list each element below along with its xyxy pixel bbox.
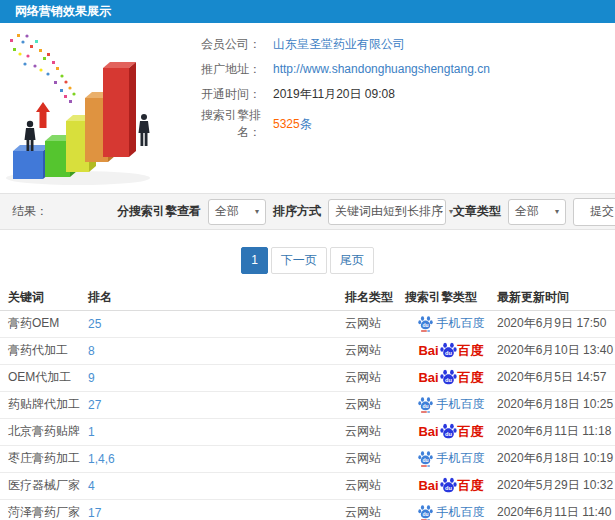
engine-rank-count-suffix[interactable]: 条 [300, 116, 312, 133]
rank-link[interactable]: 9 [88, 371, 95, 385]
baidu-paw-icon: du [418, 315, 433, 332]
rank-type-cell: 云网站 [345, 337, 405, 364]
open-time-value: 2019年11月20日 09:08 [273, 86, 395, 103]
baidu-mobile-label: 手机百度 [437, 504, 485, 520]
svg-text:du: du [422, 457, 428, 463]
table-row: 枣庄膏药加工 1,4,6 云网站 du 手机百度 [0, 445, 615, 472]
filter-bar: 结果： 分搜索引擎查看 全部 ▾ 排序方式 关键词由短到长排序 ▾ 文章类型 全… [0, 193, 615, 230]
engine-rank-label: 搜索引擎排名： [183, 107, 261, 141]
baidu-paw-icon: du [418, 504, 433, 520]
keyword-cell: 膏药OEM [0, 310, 88, 337]
promo-url-link[interactable]: http://www.shandonghuangshengtang.cn [273, 62, 490, 76]
filter-controls: 分搜索引擎查看 全部 ▾ 排序方式 关键词由短到长排序 ▾ 文章类型 全部 ▾ … [117, 198, 615, 226]
engine-filter-label: 分搜索引擎查看 [117, 203, 201, 220]
rank-link[interactable]: 1 [88, 425, 95, 439]
chevron-down-icon: ▾ [255, 207, 259, 216]
rank-type-cell: 云网站 [345, 391, 405, 418]
engine-type-cell: Bai du 百度 [405, 472, 497, 499]
table-row: 菏泽膏药厂家 17 云网站 du 手机百度 [0, 499, 615, 520]
updated-cell: 2020年6月9日 17:50 [497, 310, 615, 337]
baidu-mobile-label: 手机百度 [437, 396, 485, 413]
sort-select[interactable]: 关键词由短到长排序 ▾ [328, 199, 446, 225]
svg-text:du: du [445, 350, 452, 356]
article-type-label: 文章类型 [453, 203, 501, 220]
submit-button[interactable]: 提交 [573, 198, 615, 226]
keyword-cell: 枣庄膏药加工 [0, 445, 88, 472]
baidu-paw-icon: du [440, 342, 457, 359]
svg-text:du: du [445, 485, 452, 491]
keyword-cell: 膏药代加工 [0, 337, 88, 364]
keyword-cell: OEM代加工 [0, 364, 88, 391]
baidu-pc-badge: Bai du 百度 [418, 342, 483, 360]
info-row-open-time: 开通时间： 2019年11月20日 09:08 [183, 87, 490, 101]
rank-link[interactable]: 8 [88, 344, 95, 358]
svg-text:du: du [422, 511, 428, 517]
engine-select-value: 全部 [215, 203, 239, 220]
keyword-cell: 北京膏药贴牌 [0, 418, 88, 445]
rank-type-cell: 云网站 [345, 499, 405, 520]
baidu-paw-icon: du [440, 477, 457, 494]
baidu-mobile-badge: du 手机百度 [418, 504, 485, 520]
keyword-cell: 菏泽膏药厂家 [0, 499, 88, 520]
top-section: 会员公司： 山东皇圣堂药业有限公司 推广地址： http://www.shand… [0, 23, 615, 193]
rank-link[interactable]: 4 [88, 479, 95, 493]
updated-cell: 2020年6月18日 10:19 [497, 445, 615, 472]
baidu-paw-icon: du [418, 450, 433, 467]
table-row: 医疗器械厂家 4 云网站 Bai du 百度 2020年5月29日 [0, 472, 615, 499]
bars [13, 62, 136, 179]
svg-text:du: du [422, 322, 428, 328]
svg-text:du: du [422, 403, 428, 409]
table-row: 膏药OEM 25 云网站 du 手机百度 [0, 310, 615, 337]
baidu-wordmark-bai: Bai [418, 424, 438, 439]
engine-type-cell: Bai du 百度 [405, 337, 497, 364]
rank-link[interactable]: 27 [88, 398, 101, 412]
rank-type-cell: 云网站 [345, 445, 405, 472]
confetti-dots [10, 34, 76, 103]
rank-link[interactable]: 1,4,6 [88, 452, 115, 466]
baidu-wordmark-cn: 百度 [458, 477, 484, 495]
rank-link[interactable]: 25 [88, 317, 101, 331]
updated-cell: 2020年6月11日 11:18 [497, 418, 615, 445]
updated-cell: 2020年6月18日 10:25 [497, 391, 615, 418]
engine-rank-count: 5325 [273, 117, 300, 131]
updated-cell: 2020年5月29日 10:32 [497, 472, 615, 499]
baidu-wordmark-cn: 百度 [458, 369, 484, 387]
article-type-select[interactable]: 全部 ▾ [508, 199, 566, 225]
rank-link[interactable]: 17 [88, 506, 101, 520]
header-updated-time: 最新更新时间 [497, 285, 615, 310]
engine-select[interactable]: 全部 ▾ [208, 199, 266, 225]
page-button-last[interactable]: 尾页 [330, 247, 374, 274]
baidu-wordmark-cn: 百度 [458, 342, 484, 360]
promo-url-label: 推广地址： [183, 61, 261, 78]
header-engine-type: 搜索引擎类型 [405, 285, 497, 310]
baidu-paw-icon: du [418, 396, 433, 413]
header-keyword: 关键词 [0, 285, 88, 310]
baidu-wordmark-bai: Bai [418, 478, 438, 493]
member-info-panel: 会员公司： 山东皇圣堂药业有限公司 推广地址： http://www.shand… [183, 37, 490, 142]
open-time-label: 开通时间： [183, 86, 261, 103]
baidu-paw-icon: du [440, 423, 457, 440]
engine-type-cell: Bai du 百度 [405, 418, 497, 445]
page-button-current[interactable]: 1 [241, 247, 268, 274]
baidu-mobile-badge: du 手机百度 [418, 315, 485, 332]
keyword-cell: 医疗器械厂家 [0, 472, 88, 499]
member-company-link[interactable]: 山东皇圣堂药业有限公司 [273, 36, 405, 53]
rank-type-cell: 云网站 [345, 472, 405, 499]
results-table: 关键词 排名 排名类型 搜索引擎类型 最新更新时间 膏药OEM 25 云网站 [0, 285, 615, 520]
svg-text:du: du [445, 431, 452, 437]
baidu-paw-icon: du [440, 369, 457, 386]
baidu-mobile-badge: du 手机百度 [418, 396, 485, 413]
info-row-url: 推广地址： http://www.shandonghuangshengtang.… [183, 62, 490, 76]
engine-type-cell: du 手机百度 [405, 310, 497, 337]
info-row-company: 会员公司： 山东皇圣堂药业有限公司 [183, 37, 490, 51]
bar-chart-illustration [0, 29, 185, 187]
page-button-next[interactable]: 下一页 [271, 247, 327, 274]
table-row: OEM代加工 9 云网站 Bai du 百度 2020年6月5日 1 [0, 364, 615, 391]
rank-type-cell: 云网站 [345, 310, 405, 337]
baidu-pc-badge: Bai du 百度 [418, 477, 483, 495]
header-rank-type: 排名类型 [345, 285, 405, 310]
updated-cell: 2020年6月10日 13:40 [497, 337, 615, 364]
table-row: 膏药代加工 8 云网站 Bai du 百度 2020年6月10日 1 [0, 337, 615, 364]
chevron-down-icon: ▾ [555, 207, 559, 216]
engine-type-cell: Bai du 百度 [405, 364, 497, 391]
